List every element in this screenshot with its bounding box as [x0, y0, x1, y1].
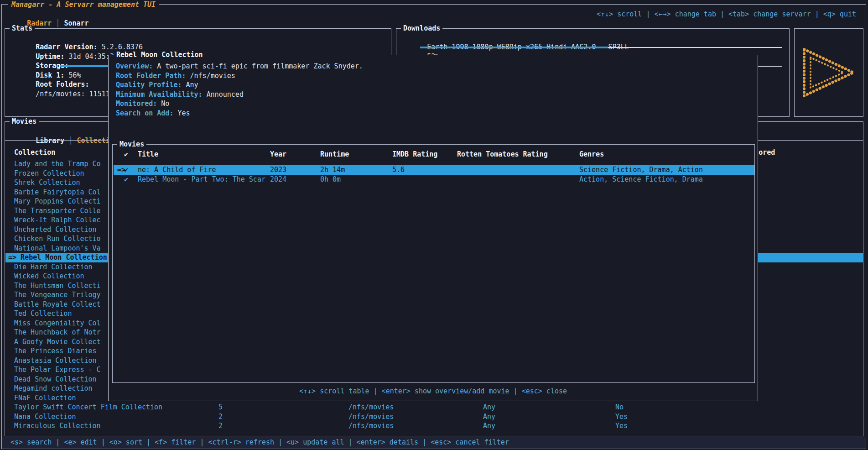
collection-root-folder: /nfs/movies: [348, 403, 394, 412]
collection-row[interactable]: Miraculous Collection2/nfs/moviesAnyYes: [5, 421, 863, 431]
collection-movies: 5: [218, 403, 223, 412]
search-on-add-value: Yes: [177, 109, 190, 117]
app-title: Managarr - A Servarr management TUI: [8, 0, 159, 9]
collection-name: Wreck-It Ralph Collec: [14, 215, 101, 225]
modal-monitored-line: Monitored:No: [116, 99, 169, 108]
collection-movies: 2: [218, 412, 223, 422]
monitored-label: Monitored:: [116, 99, 157, 108]
movie-year: 2023: [270, 165, 286, 175]
collection-name: The Polar Express - C: [14, 365, 101, 375]
collection-movies: 2: [218, 421, 223, 431]
collection-row[interactable]: Nana Collection2/nfs/moviesAnyYes: [5, 412, 863, 422]
collection-name: Chicken Run Collectio: [14, 234, 101, 244]
root-folder-path-label: Root Folder Path:: [116, 72, 186, 80]
collection-details-modal: Rebel Moon Collection Overview:A two-par…: [108, 55, 758, 401]
collection-name: A Goofy Movie Collect: [14, 337, 101, 347]
modal-movies-table: Movies ✔ Title Year Runtime IMDB Rating …: [112, 144, 755, 383]
movie-runtime: 2h 14m: [320, 165, 345, 175]
minimum-availability-label: Minimum Availability:: [116, 90, 203, 99]
collection-quality-profile: Any: [483, 421, 495, 431]
search-on-add-label: Search on Add:: [116, 109, 173, 117]
tab-separator: [52, 19, 56, 27]
downloads-panel-title: Downloads: [401, 24, 442, 33]
logo-panel: [794, 28, 863, 117]
monitored-value: No: [161, 99, 169, 108]
movie-runtime: 0h 0m: [320, 175, 341, 184]
collection-name: Nana Collection: [14, 412, 76, 422]
collection-name: Megamind collection: [14, 384, 93, 393]
movie-row[interactable]: ✔Rebel Moon - Part Two: The Scar20240h 0…: [114, 175, 754, 184]
collection-name: Miraculous Collection: [14, 421, 101, 431]
movie-genres: Science Fiction, Drama, Action: [579, 165, 703, 175]
collection-name: Frozen Collection: [14, 169, 84, 178]
collection-row[interactable]: Taylor Swift Concert Film Collection5/nf…: [5, 403, 863, 412]
collection-name: FNaF Collection: [14, 393, 76, 403]
servarr-tabbar: Radarr │ Sonarr: [10, 10, 89, 37]
movie-title: ne: A Child of Fire: [138, 165, 216, 175]
app-window: Managarr - A Servarr management TUI Rada…: [0, 0, 868, 450]
collection-name: Anastasia Collection: [14, 356, 97, 366]
collection-name: Uncharted Collection: [14, 225, 97, 235]
collection-name: The Huntsman Collecti: [14, 281, 101, 291]
collection-name: => Rebel Moon Collection: [8, 253, 107, 262]
collection-name: The Princess Diaries: [14, 346, 97, 356]
quality-profile-value: Any: [186, 81, 198, 89]
overview-value: A two-part sci-fi epic from filmmaker Za…: [157, 62, 363, 70]
collection-name: The Transporter Colle: [14, 206, 101, 216]
collection-quality-profile: Any: [483, 403, 495, 412]
tab-radarr[interactable]: Radarr: [27, 19, 52, 27]
minimum-availability-value: Announced: [207, 90, 244, 99]
collection-search-on-add: Yes: [615, 421, 628, 431]
movie-year: 2024: [270, 175, 286, 184]
root-folder-path-value: /nfs/movies: [190, 72, 235, 80]
collection-name: Ted Collection: [14, 309, 72, 319]
collection-name: Battle Royale Collect: [14, 300, 101, 309]
modal-search-on-add-line: Search on Add:Yes: [116, 109, 190, 118]
movie-monitored: ✔: [124, 175, 128, 184]
modal-quality-profile-line: Quality Profile:Any: [116, 80, 198, 89]
movie-row[interactable]: =>✔ne: A Child of Fire20232h 14m5.6Scien…: [114, 165, 754, 175]
collection-name: Miss Congeniality Col: [14, 319, 101, 328]
modal-root-folder-line: Root Folder Path:/nfs/movies: [116, 71, 235, 80]
tab-sonarr[interactable]: Sonarr: [64, 19, 88, 27]
collection-name: Wicked Collection: [14, 272, 84, 281]
collection-name: Dead Snow Collection: [14, 375, 97, 384]
collection-name: Taylor Swift Concert Film Collection: [14, 403, 162, 412]
modal-footer-keybindings: <↑↓> scroll table | <enter> show overvie…: [109, 387, 758, 396]
collection-name: Shrek Collection: [14, 178, 80, 188]
overview-label: Overview:: [116, 62, 153, 70]
modal-overview-line: Overview:A two-part sci-fi epic from fil…: [116, 62, 363, 71]
movie-title: Rebel Moon - Part Two: The Scar: [138, 175, 265, 184]
collection-name: The Hunchback of Notr: [14, 328, 101, 337]
bottom-help-bar: <s> search | <e> edit | <o> sort | <f> f…: [2, 437, 866, 448]
collection-root-folder: /nfs/movies: [348, 421, 394, 431]
movie-monitored: ✔: [124, 165, 128, 175]
collection-name: Mary Poppins Collecti: [14, 197, 101, 206]
collection-search-on-add: No: [615, 403, 624, 412]
collection-name: Lady and the Tramp Co: [14, 159, 101, 169]
collection-root-folder: /nfs/movies: [348, 412, 394, 422]
collection-quality-profile: Any: [483, 412, 495, 422]
modal-title: Rebel Moon Collection: [114, 50, 205, 59]
top-help-keybindings: <↑↓> scroll | <←→> change tab | <tab> ch…: [597, 10, 856, 19]
quality-profile-label: Quality Profile:: [116, 81, 182, 89]
managarr-logo-icon: [800, 46, 859, 99]
collection-name: Barbie Fairytopia Col: [14, 188, 101, 197]
collection-search-on-add: Yes: [615, 412, 628, 422]
movies-table-body: =>✔ne: A Child of Fire20232h 14m5.6Scien…: [113, 145, 754, 382]
collection-name: National Lampoon's Va: [14, 244, 101, 253]
collection-name: The Vengeance Trilogy: [14, 290, 101, 300]
movie-genres: Action, Science Fiction, Drama: [579, 175, 703, 184]
collection-name: Die Hard Collection: [14, 262, 93, 272]
movie-imdb-rating: 5.6: [392, 165, 405, 175]
modal-min-availability-line: Minimum Availability:Announced: [116, 90, 244, 99]
download-progress-fill: [420, 47, 608, 48]
